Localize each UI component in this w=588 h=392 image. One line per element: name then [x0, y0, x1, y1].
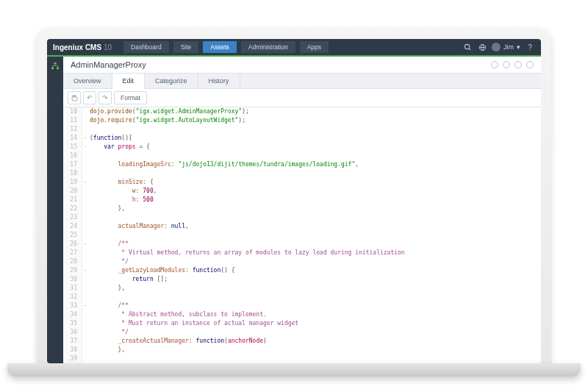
- code-content: var props = {: [88, 143, 150, 152]
- code-content: minSize: {: [88, 178, 154, 187]
- context-action-4[interactable]: [526, 61, 534, 68]
- sidebar: [47, 57, 63, 363]
- top-bar: Ingeniux CMS 10 Dashboard Site Assets Ad…: [47, 39, 541, 55]
- fold-toggle: [82, 310, 88, 319]
- line-number: 36: [63, 328, 82, 337]
- code-content: [88, 354, 90, 363]
- nav-apps[interactable]: Apps: [300, 41, 329, 53]
- code-line[interactable]: 37 _createActualManager: function(anchor…: [63, 337, 541, 346]
- code-line[interactable]: 22 },: [63, 204, 541, 213]
- code-line[interactable]: 18: [63, 169, 541, 178]
- redo-button[interactable]: ↷: [98, 91, 112, 104]
- svg-point-0: [465, 44, 469, 49]
- code-line[interactable]: 34 * Abstract method, subclass to implem…: [63, 310, 541, 319]
- fold-toggle: [82, 107, 88, 116]
- fold-toggle[interactable]: -: [82, 178, 88, 187]
- code-editor[interactable]: 10dojo.provide("igx.widget.AdminManagerP…: [63, 107, 541, 363]
- fold-toggle: [82, 169, 88, 178]
- code-content: [88, 231, 90, 240]
- code-content: * Must return an instance of actual mana…: [88, 319, 298, 328]
- line-number: 18: [63, 169, 82, 178]
- format-button[interactable]: Format: [114, 91, 147, 104]
- fold-toggle: [82, 257, 88, 266]
- nav-site[interactable]: Site: [173, 41, 199, 53]
- save-button[interactable]: [68, 91, 81, 104]
- code-line[interactable]: 16: [63, 152, 541, 160]
- code-line[interactable]: 32: [63, 293, 541, 302]
- sitemap-icon[interactable]: [51, 61, 60, 71]
- tab-overview[interactable]: Overview: [63, 74, 112, 88]
- code-content: },: [88, 346, 125, 354]
- tab-categorize[interactable]: Categorize: [145, 74, 198, 88]
- code-line[interactable]: 14-(function(){: [63, 134, 541, 143]
- code-content: (function(){: [88, 134, 132, 143]
- code-line[interactable]: 26- /**: [63, 240, 541, 249]
- line-number: 38: [63, 346, 82, 354]
- nav-dashboard[interactable]: Dashboard: [123, 41, 169, 53]
- code-content: /**: [88, 302, 129, 310]
- code-line[interactable]: 38 },: [63, 346, 541, 354]
- fold-toggle[interactable]: -: [82, 143, 88, 152]
- fold-toggle: [82, 354, 88, 363]
- fold-toggle[interactable]: -: [82, 134, 88, 143]
- code-line[interactable]: 23: [63, 213, 541, 222]
- code-line[interactable]: 19- minSize: {: [63, 178, 541, 187]
- fold-toggle[interactable]: -: [82, 240, 88, 249]
- svg-line-1: [468, 48, 470, 49]
- context-action-3[interactable]: [514, 61, 522, 68]
- tab-edit[interactable]: Edit: [112, 74, 146, 89]
- nav-administration[interactable]: Administration: [241, 41, 295, 53]
- fold-toggle: [82, 319, 88, 328]
- context-action-2[interactable]: [503, 61, 510, 68]
- line-number: 24: [63, 222, 82, 231]
- nav-assets[interactable]: Assets: [203, 41, 237, 53]
- line-number: 16: [63, 152, 82, 160]
- code-line[interactable]: 36 */: [63, 328, 541, 337]
- user-menu[interactable]: Jim ▾: [492, 43, 520, 51]
- context-action-1[interactable]: [491, 61, 498, 68]
- line-number: 14: [63, 134, 82, 143]
- globe-icon[interactable]: [477, 42, 487, 52]
- undo-button[interactable]: ↶: [83, 91, 96, 104]
- line-number: 22: [63, 204, 82, 213]
- code-line[interactable]: 10dojo.provide("igx.widget.AdminManagerP…: [63, 107, 541, 116]
- code-content: * Virtual method, returns an array of mo…: [88, 249, 405, 257]
- line-number: 23: [63, 213, 82, 222]
- user-name: Jim: [503, 43, 514, 51]
- line-number: 32: [63, 293, 82, 302]
- fold-toggle: [82, 275, 88, 284]
- line-number: 17: [63, 160, 82, 169]
- code-content: },: [88, 284, 125, 293]
- code-line[interactable]: 25: [63, 231, 541, 240]
- code-line[interactable]: 21 h: 500: [63, 196, 541, 204]
- avatar: [492, 43, 501, 51]
- fold-toggle: [82, 346, 88, 354]
- code-line[interactable]: 30 return [];: [63, 275, 541, 284]
- code-content: h: 500: [88, 196, 154, 204]
- code-line[interactable]: 28 */: [63, 257, 541, 266]
- line-number: 34: [63, 310, 82, 319]
- code-line[interactable]: 15- var props = {: [63, 143, 541, 152]
- code-content: [88, 125, 90, 134]
- fold-toggle: [82, 187, 88, 196]
- help-icon[interactable]: ?: [525, 42, 535, 52]
- fold-toggle[interactable]: -: [82, 302, 88, 310]
- search-icon[interactable]: [462, 42, 473, 52]
- fold-toggle[interactable]: -: [82, 266, 88, 275]
- code-line[interactable]: 11dojo.require("igx.widget.AutoLayoutWid…: [63, 116, 541, 125]
- line-number: 15: [63, 143, 82, 152]
- svg-rect-7: [73, 96, 75, 97]
- code-line[interactable]: 39: [63, 354, 541, 363]
- code-line[interactable]: 33- /**: [63, 302, 541, 310]
- code-line[interactable]: 24 actualManager: null,: [63, 222, 541, 231]
- code-line[interactable]: 35 * Must return an instance of actual m…: [63, 319, 541, 328]
- title-bar: AdminManagerProxy: [63, 57, 541, 74]
- code-line[interactable]: 27 * Virtual method, returns an array of…: [63, 249, 541, 257]
- code-line[interactable]: 29- _getLazyLoadModules: function() {: [63, 266, 541, 275]
- code-line[interactable]: 12: [63, 125, 541, 134]
- tab-history[interactable]: History: [198, 74, 240, 88]
- code-line[interactable]: 20 w: 700,: [63, 187, 541, 196]
- code-content: _getLazyLoadModules: function() {: [88, 266, 234, 275]
- code-line[interactable]: 17 loadingImageSrc: "js/dojo13/dijit/the…: [63, 160, 541, 169]
- code-line[interactable]: 31 },: [63, 284, 541, 293]
